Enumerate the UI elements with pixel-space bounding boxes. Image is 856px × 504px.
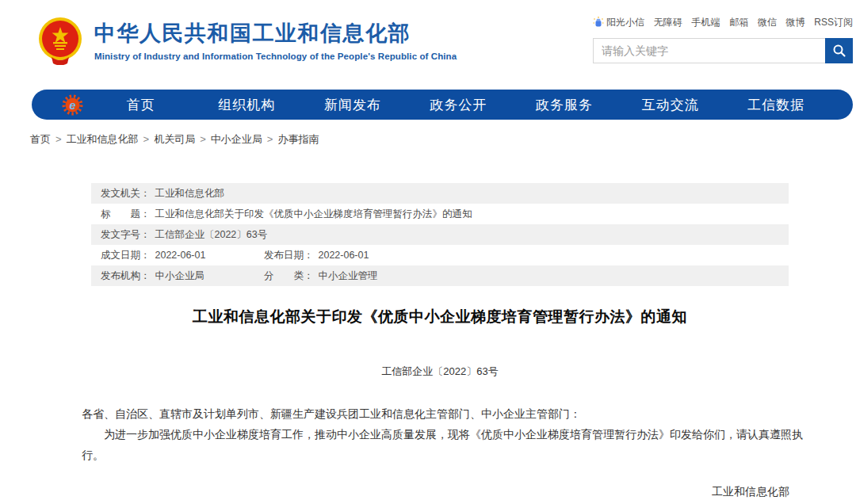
meta-label: 分 类： [264, 269, 314, 283]
breadcrumb-item[interactable]: 首页 [30, 133, 51, 145]
meta-table: 发文机关：工业和信息化部标 题：工业和信息化部关于印发《优质中小企业梯度培育管理… [91, 183, 789, 286]
meta-cell: 发文字号：工信部企业〔2022〕63号 [101, 228, 267, 242]
meta-value: 2022-06-01 [319, 250, 369, 261]
breadcrumb-item[interactable]: 工业和信息化部 [67, 133, 139, 145]
top-link-label: 手机端 [691, 16, 720, 29]
header-right: 阳光小信无障碍手机端邮箱微信微博RSS订阅 [593, 14, 854, 63]
meta-cell: 发布日期：2022-06-01 [264, 249, 369, 262]
nav-item-news[interactable]: 新闻发布 [300, 96, 406, 114]
top-link-label: 微博 [786, 16, 805, 29]
meta-label: 发布日期： [264, 249, 314, 262]
top-link-mail[interactable]: 邮箱 [729, 16, 748, 29]
top-link-rss[interactable]: RSS订阅 [814, 16, 853, 29]
site-name-en: Ministry of Industry and Information Tec… [94, 52, 457, 61]
site-header: 中华人民共和国工业和信息化部 Ministry of Industry and … [0, 0, 856, 79]
meta-value: 工业和信息化部 [155, 187, 225, 200]
nav-item-home[interactable]: 首页 [88, 96, 194, 114]
main-nav: e 首页组织机构新闻发布政务公开政务服务互动交流工信数据 [32, 90, 853, 120]
breadcrumb-separator: > [267, 133, 273, 145]
meta-row: 标 题：工业和信息化部关于印发《优质中小企业梯度培育管理暂行办法》的通知 [91, 204, 789, 224]
site-name: 中华人民共和国工业和信息化部 [94, 19, 457, 48]
svg-text:e: e [69, 98, 75, 111]
breadcrumb-separator: > [55, 133, 62, 145]
doc-paragraph: 各省、自治区、直辖市及计划单列市、新疆生产建设兵团工业和信息化主管部门、中小企业… [82, 403, 810, 424]
doc-paragraph: 为进一步加强优质中小企业梯度培育工作，推动中小企业高质量发展，现将《优质中小企业… [82, 424, 810, 465]
meta-label: 发布机构： [101, 269, 151, 283]
meta-cell: 发布机构：中小企业局 [101, 269, 264, 283]
top-link-label: 无障碍 [654, 16, 682, 29]
sunshine-robot-icon [593, 17, 604, 29]
meta-row: 发文机关：工业和信息化部 [91, 183, 789, 204]
nav-item-gov-disclosure[interactable]: 政务公开 [406, 96, 512, 114]
search-icon [832, 44, 846, 58]
meta-value: 工信部企业〔2022〕63号 [155, 228, 268, 242]
breadcrumb-separator: > [143, 133, 150, 145]
meta-cell: 成文日期：2022-06-01 [101, 249, 264, 262]
top-link-label: 微信 [758, 16, 777, 29]
nav-item-gov-services[interactable]: 政务服务 [511, 96, 617, 114]
breadcrumb-separator: > [200, 133, 206, 145]
nav-item-miit-data[interactable]: 工信数据 [723, 96, 829, 114]
meta-value: 工业和信息化部关于印发《优质中小企业梯度培育管理暂行办法》的通知 [155, 208, 472, 221]
nav-item-organization[interactable]: 组织机构 [194, 96, 300, 114]
national-emblem-icon [36, 16, 85, 65]
meta-row: 发布机构：中小企业局分 类：中小企业管理 [91, 265, 789, 286]
meta-value: 2022-06-01 [155, 250, 206, 261]
meta-cell: 发文机关：工业和信息化部 [101, 187, 224, 200]
top-link-weibo[interactable]: 微博 [786, 16, 805, 29]
doc-number: 工信部企业〔2022〕63号 [91, 365, 789, 379]
nav-item-interaction[interactable]: 互动交流 [617, 96, 724, 114]
site-titles: 中华人民共和国工业和信息化部 Ministry of Industry and … [94, 14, 457, 61]
meta-cell: 分 类：中小企业管理 [264, 269, 378, 283]
top-link-wechat[interactable]: 微信 [758, 16, 777, 29]
breadcrumb-item: 办事指南 [277, 133, 319, 145]
top-link-label: RSS订阅 [814, 16, 853, 29]
meta-cell: 标 题：工业和信息化部关于印发《优质中小企业梯度培育管理暂行办法》的通知 [101, 208, 472, 221]
top-link-label: 阳光小信 [606, 16, 644, 29]
meta-value: 中小企业管理 [319, 269, 378, 283]
miit-gear-logo-icon: e [62, 94, 83, 116]
meta-row: 成文日期：2022-06-01发布日期：2022-06-01 [91, 245, 789, 265]
top-link-label: 邮箱 [729, 16, 748, 29]
top-links: 阳光小信无障碍手机端邮箱微信微博RSS订阅 [593, 16, 853, 29]
doc-title: 工业和信息化部关于印发《优质中小企业梯度培育管理暂行办法》的通知 [91, 307, 789, 327]
signature-inner: 工业和信息化部 2022年6月1日 [712, 482, 789, 504]
signature-issuer: 工业和信息化部 [712, 482, 789, 502]
breadcrumb-item[interactable]: 机关司局 [154, 133, 195, 145]
breadcrumb-item[interactable]: 中小企业局 [211, 133, 262, 145]
top-link-accessibility[interactable]: 无障碍 [654, 16, 682, 29]
meta-label: 成文日期： [101, 249, 151, 262]
search-button[interactable] [825, 38, 853, 63]
search-bar [593, 38, 853, 63]
top-link-sunshine-xiaoxin[interactable]: 阳光小信 [593, 16, 644, 29]
top-link-mobile[interactable]: 手机端 [691, 16, 720, 29]
search-input[interactable] [593, 38, 825, 63]
meta-row: 发文字号：工信部企业〔2022〕63号 [91, 224, 789, 245]
meta-label: 发文机关： [101, 187, 151, 200]
meta-label: 发文字号： [101, 228, 151, 242]
meta-value: 中小企业局 [155, 269, 205, 283]
doc-body: 各省、自治区、直辖市及计划单列市、新疆生产建设兵团工业和信息化主管部门、中小企业… [82, 403, 810, 465]
meta-label: 标 题： [101, 208, 151, 221]
signature-block: 工业和信息化部 2022年6月1日 [0, 482, 856, 504]
breadcrumb: 首页>工业和信息化部>机关司局>中小企业局>办事指南 [30, 132, 856, 147]
